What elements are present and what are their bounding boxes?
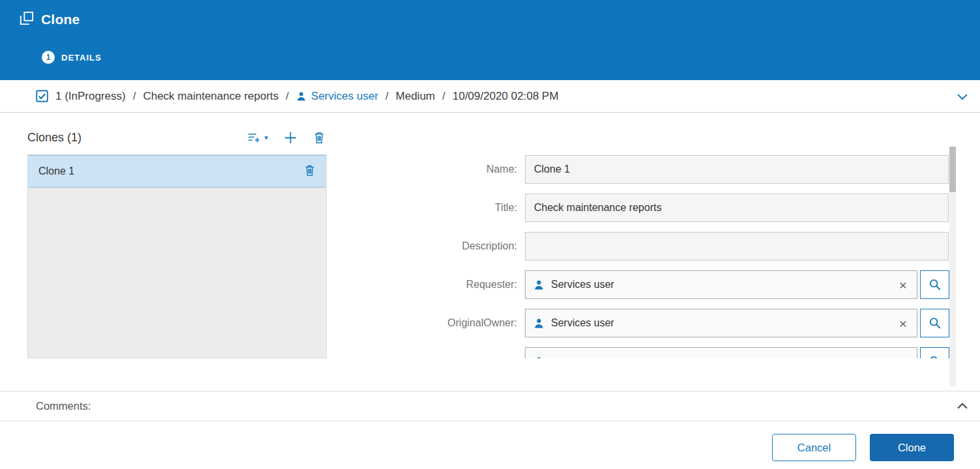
field-label: Name: (391, 155, 517, 184)
clones-list: Clone 1 (27, 154, 327, 358)
clone-icon (20, 11, 34, 28)
breadcrumb-user-link[interactable]: Services user (311, 90, 378, 103)
breadcrumb: 1 (InProgress) / Check maintenance repor… (0, 80, 980, 113)
person-icon (533, 356, 544, 359)
clones-toolbar: ▾ (248, 131, 327, 145)
field-label: Requester: (391, 270, 517, 299)
delete-item-button[interactable] (304, 164, 316, 179)
originalowner-value: Services user (551, 317, 891, 329)
partial-person-field[interactable]: × (525, 347, 917, 358)
clone-item-label: Clone 1 (38, 165, 74, 177)
breadcrumb-datetime: 10/09/2020 02:08 PM (453, 90, 559, 103)
clear-icon[interactable]: × (897, 278, 909, 292)
page-header: Clone 1 DETAILS (0, 0, 980, 80)
field-row-title: Title: (391, 193, 949, 222)
field-row-originalowner: OriginalOwner: Services user × (391, 309, 949, 337)
step-number-badge: 1 (42, 51, 55, 64)
clone-list-item[interactable]: Clone 1 (28, 155, 326, 188)
magnifier-icon (928, 278, 942, 291)
description-input[interactable] (525, 232, 949, 261)
field-label: OriginalOwner: (391, 309, 517, 337)
magnifier-icon (928, 317, 942, 330)
breadcrumb-separator: / (286, 90, 289, 103)
person-icon (533, 318, 544, 329)
field-row-partial: × (391, 347, 949, 358)
field-row-name: Name: (391, 155, 949, 184)
breadcrumb-separator: / (442, 90, 445, 103)
page-title: Clone (41, 12, 80, 27)
clear-icon[interactable]: × (897, 355, 909, 359)
filter-icon (248, 132, 260, 143)
field-label: Description: (391, 232, 517, 261)
clear-icon[interactable]: × (897, 317, 909, 330)
comments-label: Comments: (36, 400, 91, 412)
clones-panel-title: Clones (1) (27, 131, 82, 145)
breadcrumb-priority: Medium (396, 90, 435, 103)
field-label: Title: (391, 193, 517, 222)
form-scrollbar[interactable] (949, 147, 956, 386)
caret-down-icon: ▾ (264, 134, 268, 141)
plus-icon (284, 131, 297, 145)
name-input[interactable] (525, 155, 949, 184)
breadcrumb-separator: / (385, 90, 389, 103)
magnifier-icon (928, 355, 942, 358)
delete-clone-button[interactable] (313, 131, 325, 144)
trash-icon (313, 131, 325, 144)
cancel-button[interactable]: Cancel (772, 434, 856, 461)
requester-value: Services user (551, 279, 891, 291)
field-row-requester: Requester: Services user × (391, 270, 949, 299)
chevron-down-icon[interactable] (955, 89, 970, 104)
filter-button[interactable]: ▾ (248, 132, 268, 143)
requester-field[interactable]: Services user × (525, 270, 917, 299)
partial-search-button[interactable] (920, 347, 949, 358)
clone-button[interactable]: Clone (870, 434, 954, 461)
person-icon (296, 91, 306, 102)
clone-details-form: Name: Title: Description: Requester: Ser… (391, 150, 949, 358)
field-row-description: Description: (391, 232, 949, 261)
originalowner-search-button[interactable] (920, 309, 949, 337)
field-label (391, 347, 517, 358)
person-icon (533, 279, 544, 291)
chevron-up-icon[interactable] (955, 399, 970, 414)
wizard-step[interactable]: 1 DETAILS (42, 51, 102, 64)
breadcrumb-user[interactable]: Services user (296, 90, 378, 103)
breadcrumb-separator: / (133, 90, 136, 103)
title-row: Clone (20, 11, 80, 28)
add-clone-button[interactable] (284, 131, 297, 145)
scrollbar-thumb[interactable] (949, 147, 956, 192)
originalowner-field[interactable]: Services user × (525, 309, 917, 337)
clones-panel-header: Clones (1) ▾ (27, 128, 327, 147)
requester-search-button[interactable] (920, 270, 949, 299)
breadcrumb-task-title: Check maintenance reports (143, 90, 278, 103)
task-checkbox-icon (36, 90, 48, 102)
trash-icon (304, 164, 316, 177)
step-label: DETAILS (61, 53, 102, 63)
title-input[interactable] (525, 193, 949, 222)
breadcrumb-id-status: 1 (InProgress) (55, 90, 126, 103)
comments-section[interactable]: Comments: (0, 391, 980, 421)
